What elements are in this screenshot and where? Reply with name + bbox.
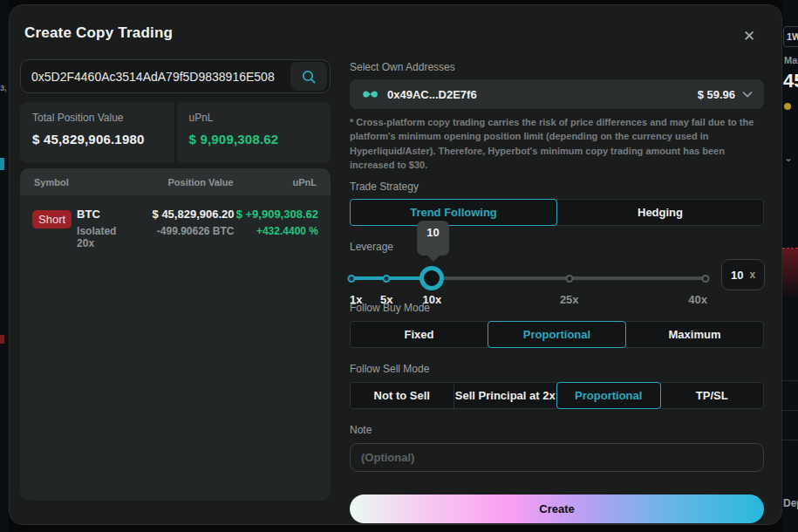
follow-sell-mode-label: Follow Sell Mode <box>350 363 429 375</box>
positions-table-header: Symbol Position Value uPnL <box>20 168 331 195</box>
follow-buy-mode-group: Fixed Proportional Maximum <box>350 321 764 348</box>
note-label: Note <box>350 424 372 436</box>
chevron-down-icon: ⌄ <box>784 152 793 164</box>
background-red-marker <box>0 335 4 344</box>
leverage-tooltip: 10 <box>417 221 449 256</box>
background-app-right: 1W Max 45 ⌄ Dep <box>782 0 798 532</box>
margin-mode: Isolated 20x <box>77 225 129 249</box>
tick-label-25x[interactable]: 25x <box>560 293 579 306</box>
upnl-value: $ 9,909,308.62 <box>189 132 319 147</box>
tick-1x[interactable] <box>348 275 356 283</box>
header-symbol: Symbol <box>34 177 126 188</box>
background-app-left: 3, <box>0 0 9 532</box>
create-copy-trading-modal: Create Copy Trading ✕ Total Position Val… <box>9 4 782 525</box>
address-balance: $ 59.96 <box>698 88 735 101</box>
background-yellow-dot <box>784 103 791 110</box>
total-position-value-label: Total Position Value <box>32 112 162 124</box>
buy-mode-maximum-button[interactable]: Maximum <box>625 321 764 348</box>
row-upnl-pct: +432.4400 % <box>235 225 318 237</box>
leverage-label: Leverage <box>350 241 393 253</box>
background-divider <box>782 380 798 381</box>
background-divider <box>782 440 798 440</box>
table-row[interactable]: Short BTC Isolated 20x $ 45,829,906.20 -… <box>20 195 331 249</box>
background-timeframe-badge: 1W <box>783 26 798 47</box>
trade-strategy-group: Trend Following Hedging <box>350 199 764 226</box>
symbol-name: BTC <box>77 208 129 221</box>
tick-40x[interactable] <box>701 275 709 283</box>
total-position-value-card: Total Position Value $ 45,829,906.1980 <box>20 102 174 163</box>
symbol-stack: BTC Isolated 20x <box>77 208 129 249</box>
position-amount: -499.90626 BTC <box>129 225 235 237</box>
settings-column: Select Own Addresses 0x49AC...D2E7f6 $ 5… <box>350 5 773 524</box>
background-max-label: Max <box>784 55 798 65</box>
background-chart-fragment <box>782 248 798 298</box>
follow-sell-mode-group: Not to Sell Sell Principal at 2x Proport… <box>350 382 764 409</box>
stats-row: Total Position Value $ 45,829,906.1980 u… <box>20 102 331 163</box>
total-position-value: $ 45,829,906.1980 <box>32 132 162 147</box>
leverage-value-input[interactable]: 10 x <box>721 259 765 290</box>
search-icon <box>301 69 317 85</box>
wallet-logo-icon <box>361 88 380 100</box>
tick-5x[interactable] <box>383 275 391 283</box>
modal-title: Create Copy Trading <box>24 24 173 42</box>
leverage-slider[interactable]: 1x 5x 10x 25x 40x <box>350 263 707 307</box>
background-teal-marker <box>0 158 4 170</box>
strategy-trend-following-button[interactable]: Trend Following <box>350 199 557 226</box>
header-position-value: Position Value <box>126 177 234 188</box>
risk-warning-text: * Cross-platform copy trading carries th… <box>350 115 764 172</box>
header-upnl: uPnL <box>234 177 317 188</box>
selected-address: 0x49AC...D2E7f6 <box>387 88 698 101</box>
sell-mode-tpsl-button[interactable]: TP/SL <box>660 382 765 409</box>
address-search-box <box>20 59 331 93</box>
row-upnl: $ +9,909,308.62 <box>235 208 318 221</box>
page-root: 3, 1W Max 45 ⌄ Dep Create Copy Trading ✕ <box>0 0 798 532</box>
symbol-cell: Short BTC Isolated 20x <box>32 208 129 249</box>
address-select-dropdown[interactable]: 0x49AC...D2E7f6 $ 59.96 <box>350 79 764 109</box>
upnl-card: uPnL $ 9,909,308.62 <box>177 102 331 163</box>
strategy-hedging-button[interactable]: Hedging <box>556 199 764 226</box>
sell-mode-principal-2x-button[interactable]: Sell Principal at 2x <box>454 382 558 409</box>
buy-mode-fixed-button[interactable]: Fixed <box>350 321 488 348</box>
background-text-fragment: 3, <box>0 84 7 92</box>
short-badge: Short <box>32 210 72 228</box>
create-button[interactable]: Create <box>350 494 764 523</box>
background-deposit-fragment: Dep <box>783 497 798 509</box>
positions-table: Symbol Position Value uPnL Short BTC Iso… <box>20 168 331 501</box>
address-search-input[interactable] <box>21 60 290 92</box>
sell-mode-not-to-sell-button[interactable]: Not to Sell <box>350 382 454 409</box>
buy-mode-proportional-button[interactable]: Proportional <box>488 321 626 348</box>
upnl-label: uPnL <box>189 112 319 124</box>
positions-column: Total Position Value $ 45,829,906.1980 u… <box>20 59 331 501</box>
sell-mode-proportional-button[interactable]: Proportional <box>556 382 661 409</box>
position-value-cell: $ 45,829,906.20 -499.90626 BTC <box>129 208 235 249</box>
trade-strategy-label: Trade Strategy <box>350 181 419 193</box>
note-input[interactable] <box>350 443 764 472</box>
upnl-cell: $ +9,909,308.62 +432.4400 % <box>235 208 318 249</box>
leverage-value: 10 <box>731 269 743 282</box>
position-value: $ 45,829,906.20 <box>129 208 235 221</box>
background-price-fragment: 45 <box>783 70 798 92</box>
background-divider <box>782 410 798 411</box>
follow-buy-mode-label: Follow Buy Mode <box>350 302 430 314</box>
tick-label-40x[interactable]: 40x <box>688 293 707 306</box>
search-button[interactable] <box>290 62 327 91</box>
chevron-down-icon <box>742 91 753 98</box>
leverage-unit: x <box>749 269 755 281</box>
slider-handle[interactable] <box>419 266 444 290</box>
tick-25x[interactable] <box>565 275 573 283</box>
select-addresses-label: Select Own Addresses <box>350 61 455 73</box>
